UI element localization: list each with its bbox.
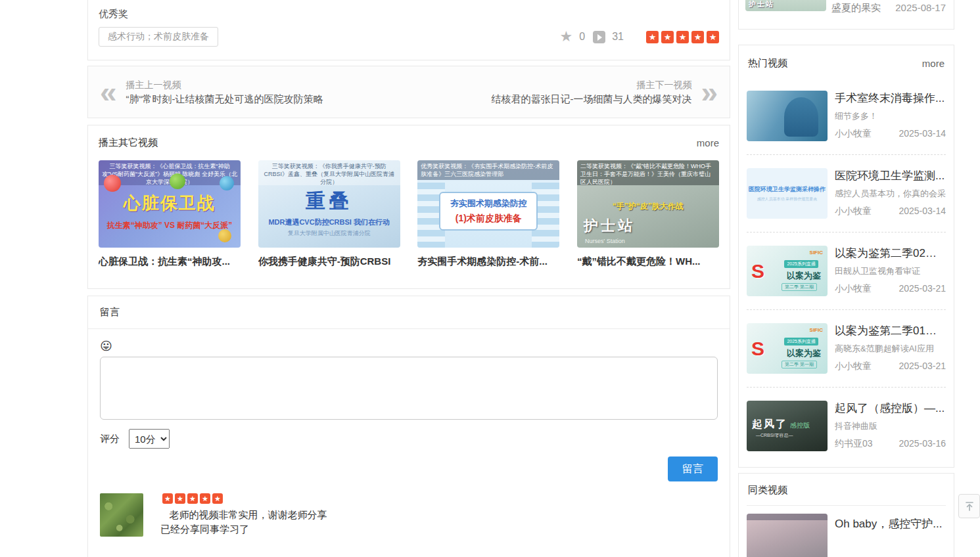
video-title[interactable]: 夯实围手术期感染防控-术前... bbox=[417, 256, 559, 268]
video-thumbnail[interactable] bbox=[747, 91, 828, 141]
play-count: 31 bbox=[612, 31, 624, 43]
video-author[interactable]: 小小牧童 bbox=[835, 206, 872, 217]
star-icon: ★ bbox=[646, 31, 659, 43]
video-date: 2025-03-21 bbox=[898, 283, 946, 295]
next-video-label: 播主下一视频 bbox=[491, 78, 691, 92]
video-thumbnail[interactable]: 二等奖获奖视频：《“戴”错比不戴更危险！WHO手卫生日：手套不是万能盾！》王美伶… bbox=[577, 160, 719, 248]
video-date: 2025-08-17 bbox=[895, 2, 946, 13]
video-date: 2025-03-21 bbox=[898, 361, 946, 372]
submit-comment-button[interactable]: 留言 bbox=[668, 457, 718, 481]
prev-video-link[interactable]: 播主上一视频 “肺“常时刻-让结核菌无处可逃的医院攻防策略 bbox=[126, 78, 323, 106]
star-icon: ★ bbox=[691, 31, 704, 43]
comment-text: 已经分享同事学习了 bbox=[160, 522, 327, 537]
star-icon: ★ bbox=[187, 493, 198, 504]
germ-icon bbox=[220, 176, 234, 190]
hot-videos-section: 热门视频 more 手术室终末消毒操作... 细节多多！ 小小牧童 2025-0… bbox=[738, 45, 954, 468]
more-link[interactable]: more bbox=[697, 137, 719, 148]
play-count-icon bbox=[593, 31, 605, 43]
similar-videos-section: 同类视频 Oh baby，感控守护... bbox=[738, 473, 954, 557]
hot-video-item[interactable]: 手术室终末消毒操作... 细节多多！ 小小牧童 2025-03-14 bbox=[747, 78, 946, 155]
sidebar-partial-item[interactable]: 护士站 盛夏的果实 2025-08-17 bbox=[738, 0, 954, 30]
comment-rating-stars: ★★★★★ bbox=[160, 493, 327, 504]
video-thumbnail[interactable]: 三等奖获奖视频：《心脏保卫战：抗生素“神助攻”VS耐药菌“大反派”》杨丽姐 陈晓… bbox=[99, 160, 241, 248]
video-thumbnail[interactable]: 起风了 感控版 —CRBSI零容忍— bbox=[747, 401, 828, 451]
sific-logo: SIFIC bbox=[810, 250, 823, 256]
video-title[interactable]: 以案为鉴第二季02：... bbox=[835, 246, 946, 261]
thumbnail-tag: 感控版 bbox=[790, 421, 810, 430]
video-card: 二等奖获奖视频：《“戴”错比不戴更危险！WHO手卫生日：手套不是万能盾！》王美伶… bbox=[577, 160, 719, 268]
video-title[interactable]: 起风了（感控版）—... bbox=[835, 401, 946, 416]
favorite-star-icon[interactable]: ★ bbox=[560, 30, 573, 43]
star-icon: ★ bbox=[676, 31, 689, 43]
star-icon: ★ bbox=[707, 31, 719, 43]
video-card: 夯实围术期感染防控 (1)术前皮肤准备 优秀奖获奖视频：《夯实围手术期感染防控-… bbox=[417, 160, 559, 268]
thumbnail-season-badge: 第二季 第二期 bbox=[782, 283, 817, 291]
video-author[interactable]: 盛夏的果实 bbox=[831, 2, 881, 14]
thumbnail-overlay-text: 优秀奖获奖视频：《夯实围手术期感染防控-术前皮肤准备》三六三医院感染管理部 bbox=[417, 160, 559, 180]
prev-video-title: “肺“常时刻-让结核菌无处可逃的医院攻防策略 bbox=[126, 92, 323, 106]
video-card: 三等奖获奖视频：《心脏保卫战：抗生素“神助攻”VS耐药菌“大反派”》杨丽姐 陈晓… bbox=[99, 160, 241, 268]
video-date: 2025-03-14 bbox=[898, 206, 946, 217]
emoji-picker-button[interactable]: 😛 bbox=[100, 340, 112, 353]
more-link[interactable]: more bbox=[922, 58, 945, 69]
video-stats: ★ 0 31 ★★★★★ bbox=[560, 30, 719, 43]
video-title[interactable]: “戴”错比不戴更危险！WH... bbox=[577, 256, 719, 268]
thumbnail-letter: S bbox=[751, 338, 764, 360]
comment-text: 老师的视频非常实用，谢谢老师分享 bbox=[160, 508, 327, 522]
thumbnail-main-text: 医院环境卫生学监测采样操作 bbox=[747, 185, 828, 194]
video-thumbnail[interactable]: 医院环境卫生学监测采样操作 感控人员基本功 采样操作规范要点 bbox=[747, 168, 828, 219]
video-author[interactable]: 小小牧童 bbox=[835, 361, 872, 372]
hot-video-item[interactable]: 起风了 感控版 —CRBSI零容忍— 起风了（感控版）—... 抖音神曲版 约书… bbox=[747, 388, 946, 464]
comment-input[interactable] bbox=[100, 357, 718, 420]
thumbnail-sub-text: —CRBSI零容忍— bbox=[756, 432, 793, 439]
video-title[interactable]: Oh baby，感控守护... bbox=[835, 516, 942, 531]
video-thumbnail[interactable]: 夯实围术期感染防控 (1)术前皮肤准备 优秀奖获奖视频：《夯实围手术期感染防控-… bbox=[417, 160, 559, 248]
video-card: 三等奖获奖视频：《你我携手健康共守-预防CRBSI》孟鑫、重叠（复旦大学附属中山… bbox=[258, 160, 400, 268]
video-subtitle: 抖音神曲版 bbox=[835, 420, 946, 432]
video-author[interactable]: 小小牧童 bbox=[835, 283, 872, 295]
video-thumbnail[interactable] bbox=[747, 514, 828, 557]
video-title[interactable]: 你我携手健康共守-预防CRBSI bbox=[258, 256, 400, 268]
video-title[interactable]: 心脏保卫战：抗生素“神助攻... bbox=[99, 256, 241, 268]
video-author[interactable]: 约书亚03 bbox=[835, 438, 873, 450]
hot-video-item[interactable]: S SIFIC 2025系列直播 以案为鉴 第二季 第二期 以案为鉴第二季02：… bbox=[747, 233, 946, 310]
rating-select[interactable]: 10分 bbox=[129, 429, 170, 449]
star-icon: ★ bbox=[162, 493, 173, 504]
thumbnail-sub-text: MDR遭遇CVC防控CRBSI 我们在行动 bbox=[258, 217, 400, 227]
main-column: 优秀奖 感术行动；术前皮肤准备 ★ 0 31 ★★★★★ « 播主上一视频 “肺 bbox=[87, 0, 730, 557]
thumbnail-overlay-text: 三等奖获奖视频：《你我携手健康共守-预防CRBSI》孟鑫、重叠（复旦大学附属中山… bbox=[258, 160, 400, 185]
player-navigation: « 播主上一视频 “肺“常时刻-让结核菌无处可逃的医院攻防策略 播主下一视频 结… bbox=[87, 66, 730, 118]
video-detail-page: 优秀奖 感术行动；术前皮肤准备 ★ 0 31 ★★★★★ « 播主上一视频 “肺 bbox=[0, 0, 980, 557]
next-video-link[interactable]: 播主下一视频 结核君的嚣张日记-一场细菌与人类的爆笑对决 bbox=[491, 78, 691, 106]
video-author[interactable]: 小小牧童 bbox=[835, 128, 872, 140]
video-thumbnail[interactable]: 三等奖获奖视频：《你我携手健康共守-预防CRBSI》孟鑫、重叠（复旦大学附属中山… bbox=[258, 160, 400, 248]
thumbnail-main-text: 以案为鉴 bbox=[787, 347, 821, 359]
comment-item: ★★★★★ 老师的视频非常实用，谢谢老师分享 已经分享同事学习了 bbox=[100, 493, 718, 537]
video-title[interactable]: 医院环境卫生学监测... bbox=[835, 168, 946, 183]
next-video-title: 结核君的嚣张日记-一场细菌与人类的爆笑对决 bbox=[491, 92, 691, 106]
thumbnail-sub-text: 感控人员基本功 采样操作规范要点 bbox=[747, 196, 828, 202]
award-topic-tag[interactable]: 感术行动；术前皮肤准备 bbox=[99, 27, 218, 47]
video-thumbnail[interactable]: S SIFIC 2025系列直播 以案为鉴 第二季 第二期 bbox=[747, 246, 828, 296]
hot-video-item[interactable]: 医院环境卫生学监测采样操作 感控人员基本功 采样操作规范要点 医院环境卫生学监测… bbox=[747, 155, 946, 233]
thumbnail-main-text: 重叠 bbox=[258, 188, 400, 215]
thumbnail-season-badge: 第二季 第一期 bbox=[782, 361, 817, 368]
video-thumbnail[interactable]: 护士站 bbox=[745, 0, 826, 11]
hot-video-item[interactable]: S SIFIC 2025系列直播 以案为鉴 第二季 第一期 以案为鉴第二季01：… bbox=[747, 310, 946, 388]
broadcaster-other-videos: 播主其它视频 more 三等奖获奖视频：《心脏保卫战：抗生素“神助攻”VS耐药菌… bbox=[87, 125, 730, 289]
video-title[interactable]: 以案为鉴第二季01：... bbox=[835, 323, 946, 338]
video-thumbnail[interactable]: S SIFIC 2025系列直播 以案为鉴 第二季 第一期 bbox=[747, 323, 828, 374]
video-subtitle: 感控人员基本功，你真的会采 bbox=[835, 188, 946, 200]
section-title: 播主其它视频 bbox=[99, 137, 158, 149]
back-to-top-button[interactable] bbox=[958, 494, 980, 518]
video-date: 2025-03-14 bbox=[898, 128, 946, 140]
arrow-up-to-bar-icon bbox=[964, 501, 975, 512]
thumbnail-main-text: 起风了 bbox=[752, 418, 787, 432]
favorite-count: 0 bbox=[579, 31, 585, 43]
sific-logo: SIFIC bbox=[810, 327, 823, 333]
star-icon: ★ bbox=[200, 493, 210, 504]
thumbnail-letter: S bbox=[751, 260, 764, 282]
thumbnail-sub-text: Nurses' Station bbox=[585, 238, 625, 244]
video-title[interactable]: 手术室终末消毒操作... bbox=[835, 91, 946, 106]
similar-video-item[interactable]: Oh baby，感控守护... bbox=[747, 506, 946, 557]
